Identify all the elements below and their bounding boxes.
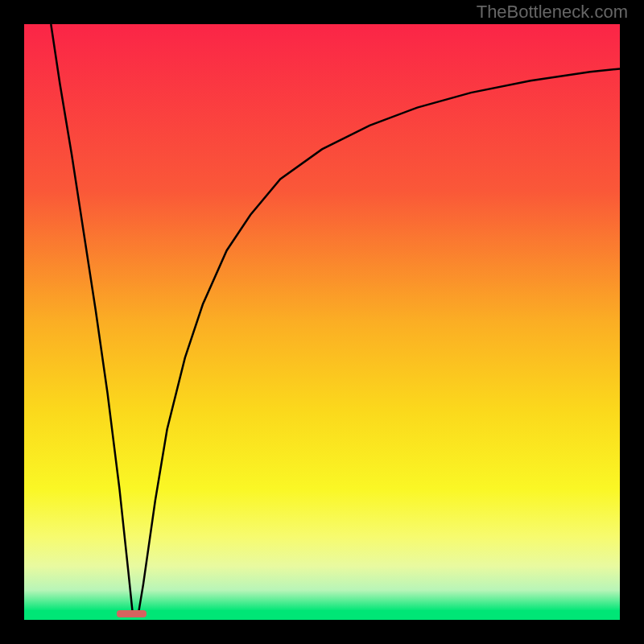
bottleneck-marker	[117, 610, 147, 617]
plot-area	[24, 24, 620, 620]
watermark-text: TheBottleneck.com	[477, 2, 628, 23]
curve-layer	[24, 24, 620, 620]
bottleneck-curve	[51, 24, 620, 613]
